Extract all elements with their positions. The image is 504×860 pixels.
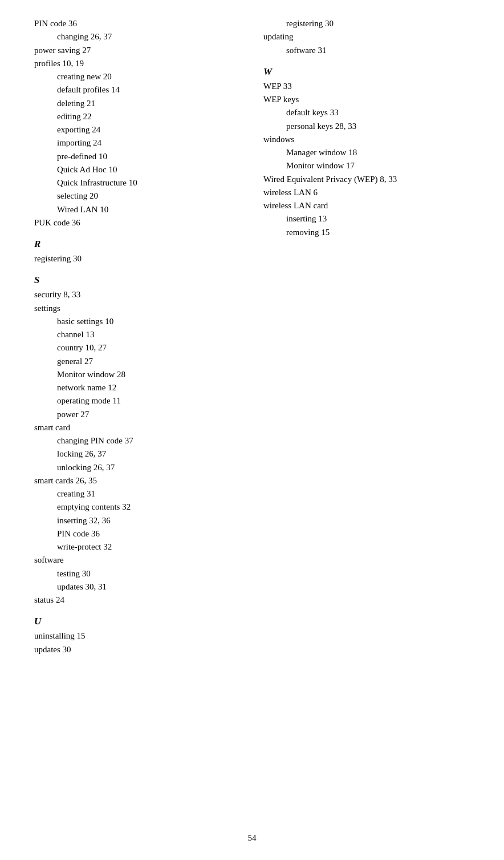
index-entry: creating 31	[57, 487, 241, 500]
index-entry: locking 26, 37	[57, 447, 241, 461]
index-entry: deleting 21	[57, 97, 241, 110]
index-entry: Wired LAN 10	[57, 203, 241, 216]
index-entry: WEP keys	[263, 93, 470, 106]
index-entry: changing PIN code 37	[57, 434, 241, 447]
index-entry: removing 15	[286, 226, 470, 239]
index-entry: updates 30	[34, 643, 241, 656]
index-columns: PIN code 36changing 26, 37power saving 2…	[34, 17, 470, 656]
index-entry: operating mode 11	[57, 394, 241, 407]
index-entry: inserting 13	[286, 212, 470, 225]
index-entry: profiles 10, 19	[34, 57, 241, 70]
index-entry: Monitor window 28	[57, 368, 241, 381]
index-entry: Quick Infrastructure 10	[57, 176, 241, 189]
index-entry: basic settings 10	[57, 315, 241, 328]
index-entry: wireless LAN 6	[263, 186, 470, 199]
index-entry: network name 12	[57, 381, 241, 394]
index-entry: security 8, 33	[34, 288, 241, 301]
index-entry: inserting 32, 36	[57, 514, 241, 527]
index-entry: country 10, 27	[57, 341, 241, 354]
section-letter-s: S	[34, 274, 241, 286]
index-entry: changing 26, 37	[57, 30, 241, 43]
index-entry: power saving 27	[34, 44, 241, 57]
section-letter-w: W	[263, 66, 470, 78]
index-entry: power 27	[57, 408, 241, 421]
index-entry: general 27	[57, 355, 241, 368]
index-entry: uninstalling 15	[34, 629, 241, 643]
page-number: 54	[248, 833, 257, 843]
index-entry: selecting 20	[57, 189, 241, 203]
index-entry: software	[34, 554, 241, 567]
index-entry: write-protect 32	[57, 540, 241, 554]
index-entry: PIN code 36	[34, 17, 241, 30]
index-entry: registering 30	[286, 17, 470, 30]
column-right: registering 30updatingsoftware 31WWEP 33…	[252, 17, 470, 656]
section-letter-r: R	[34, 239, 241, 250]
index-entry: smart cards 26, 35	[34, 474, 241, 487]
index-entry: default profiles 14	[57, 83, 241, 96]
index-entry: windows	[263, 133, 470, 146]
index-entry: software 31	[286, 44, 470, 57]
index-entry: PIN code 36	[57, 527, 241, 540]
index-entry: updating	[263, 30, 470, 43]
index-entry: exporting 24	[57, 123, 241, 136]
index-entry: smart card	[34, 421, 241, 434]
index-entry: channel 13	[57, 328, 241, 341]
index-entry: editing 22	[57, 110, 241, 123]
section-letter-u: U	[34, 616, 241, 627]
index-entry: Wired Equivalent Privacy (WEP) 8, 33	[263, 173, 470, 186]
index-entry: updates 30, 31	[57, 580, 241, 593]
index-entry: registering 30	[34, 252, 241, 265]
index-entry: pre-defined 10	[57, 150, 241, 163]
index-entry: testing 30	[57, 567, 241, 580]
index-entry: settings	[34, 302, 241, 315]
index-entry: status 24	[34, 593, 241, 607]
index-entry: personal keys 28, 33	[286, 120, 470, 133]
index-entry: PUK code 36	[34, 216, 241, 229]
index-entry: Manager window 18	[286, 146, 470, 159]
column-left: PIN code 36changing 26, 37power saving 2…	[34, 17, 252, 656]
index-entry: unlocking 26, 37	[57, 461, 241, 474]
index-entry: WEP 33	[263, 80, 470, 93]
index-entry: Quick Ad Hoc 10	[57, 163, 241, 176]
index-entry: emptying contents 32	[57, 500, 241, 514]
index-entry: creating new 20	[57, 70, 241, 83]
index-entry: importing 24	[57, 136, 241, 150]
index-entry: default keys 33	[286, 106, 470, 119]
index-entry: wireless LAN card	[263, 199, 470, 212]
page-container: PIN code 36changing 26, 37power saving 2…	[0, 0, 504, 860]
index-entry: Monitor window 17	[286, 159, 470, 172]
